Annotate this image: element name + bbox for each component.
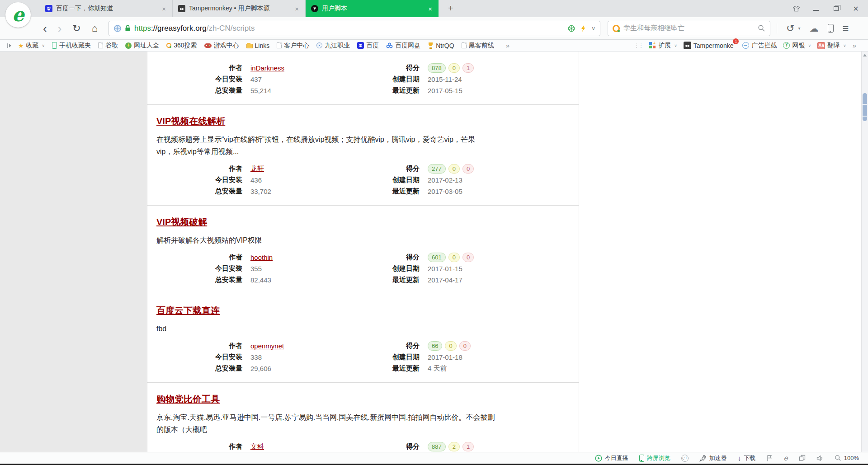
bookmark-sidebar-toggle-icon[interactable] [6, 42, 13, 49]
score-good-badge[interactable]: 887 [428, 442, 446, 451]
author-link[interactable]: inDarkness [250, 64, 284, 72]
total-value: 82,443 [250, 276, 271, 284]
daily-value: 436 [250, 176, 262, 184]
search-box[interactable]: 学生和母亲相继坠亡 [608, 21, 770, 36]
bookmarks-overflow-chevron[interactable]: » [506, 42, 509, 49]
tab-tampermonkey[interactable]: Tampermonkey • 用户脚本源 × [173, 0, 306, 17]
address-bar[interactable]: https://greasyfork.org/zh-CN/scripts ∨ [108, 21, 600, 36]
undo-closed-tab-icon[interactable]: ↺ [786, 23, 794, 34]
360-search-icon [613, 25, 620, 32]
new-tab-button[interactable]: + [444, 2, 458, 15]
scrollbar-up-arrow-icon[interactable] [863, 54, 867, 56]
bookmark-mobile-favorites[interactable]: 手机收藏夹 [52, 42, 91, 50]
tab-close-icon[interactable]: × [427, 5, 433, 13]
tampermonkey-button[interactable]: Tampermonke 1 [684, 42, 734, 49]
description-line: fbd [156, 323, 570, 335]
search-keyword[interactable]: 学生和母亲相继坠亡 [623, 24, 754, 33]
send-to-phone-icon[interactable] [828, 24, 834, 33]
author-link[interactable]: 龙轩 [250, 164, 264, 172]
back-button[interactable]: ‹ [43, 23, 47, 34]
daily-label: 今日安装 [156, 75, 242, 84]
script-title-link[interactable]: 百度云下载直连 [156, 305, 220, 315]
download-button[interactable]: ↓ 下载 [738, 454, 756, 462]
accelerator-button[interactable]: 加速器 [699, 454, 727, 462]
bookmark-game-center[interactable]: 游戏中心 [204, 42, 239, 50]
author-label: 作者 [156, 442, 242, 451]
multi-window-icon[interactable] [799, 455, 806, 461]
bookmark-ntrqq[interactable]: NtrQQ [428, 42, 454, 49]
main-menu-icon[interactable]: ≡ [843, 22, 849, 35]
skin-shirt-icon[interactable] [789, 3, 803, 14]
scrollbar-thumb[interactable] [863, 93, 867, 121]
bookmark-favorites[interactable]: ★ 收藏 ∨ [18, 42, 45, 50]
speaker-icon[interactable] [816, 455, 824, 461]
score-bad-badge[interactable]: 1 [462, 63, 474, 73]
page-icon [98, 42, 103, 48]
bookmark-jiujiang[interactable]: 九江职业 [316, 42, 350, 50]
script-title-link[interactable]: VIP视频在线解析 [156, 116, 225, 126]
reload-button[interactable]: ↻ [72, 23, 80, 33]
undo-dropdown-caret-icon[interactable]: ▾ [798, 26, 801, 31]
score-ok-badge[interactable]: 2 [448, 442, 460, 451]
bookmark-360-search[interactable]: 360搜索 [166, 42, 197, 50]
report-flag-icon[interactable] [766, 455, 773, 462]
score-ok-badge[interactable]: 0 [445, 341, 456, 351]
score-bad-badge[interactable]: 1 [462, 442, 474, 451]
page-zoom-button[interactable]: 100% [835, 455, 859, 461]
bookmark-site-directory[interactable]: + 网址大全 [125, 42, 159, 50]
author-link[interactable]: hoothin [250, 254, 273, 261]
score-good-badge[interactable]: 878 [428, 63, 446, 73]
score-good-badge[interactable]: 277 [428, 164, 446, 174]
score-good-badge[interactable]: 66 [428, 341, 442, 351]
search-magnifier-icon[interactable] [758, 24, 765, 32]
tampermonkey-icon [684, 42, 691, 49]
tab-close-icon[interactable]: × [161, 5, 167, 13]
score-good-badge[interactable]: 601 [428, 253, 446, 262]
bookmark-google[interactable]: 谷歌 [98, 42, 118, 50]
extensions-button[interactable]: + 扩展 ∨ [649, 42, 677, 50]
script-title: VIP视频在线解析 [156, 115, 570, 127]
score-ok-badge[interactable]: 0 [448, 164, 460, 174]
home-button[interactable]: ⌂ [92, 23, 98, 33]
translate-button[interactable]: Aa 翻译 ∨ [817, 42, 846, 50]
bookmark-customer-center[interactable]: 客户中心 [277, 42, 309, 50]
score-bad-badge[interactable]: 0 [462, 164, 474, 174]
script-title-link[interactable]: 购物党比价工具 [156, 394, 220, 404]
tab-userscripts-active[interactable]: 用户脚本 × [306, 0, 439, 17]
speed-lightning-icon[interactable] [580, 25, 586, 32]
script-title-link[interactable]: VIP视频破解 [156, 217, 207, 227]
score-bad-badge[interactable]: 0 [459, 341, 471, 351]
online-bank-button[interactable]: ¥ 网银 ∨ [783, 42, 811, 50]
bookmark-hacker-front[interactable]: 黑客前线 [462, 42, 494, 50]
daily-label: 今日安装 [156, 264, 242, 273]
total-label: 总安装量 [156, 187, 242, 196]
bookmark-baidu[interactable]: 百度 [357, 42, 379, 50]
live-broadcast-button[interactable]: 今日直播 [595, 454, 628, 462]
tab-baidu[interactable]: 百度一下，你就知道 × [40, 0, 173, 17]
browser-logo-icon[interactable]: e [5, 2, 31, 28]
bookmark-baidu-pan[interactable]: 百度网盘 [386, 42, 420, 50]
score-bad-badge[interactable]: 0 [462, 253, 474, 262]
maximize-button[interactable] [829, 3, 843, 14]
bookmark-links-folder[interactable]: Links [246, 42, 270, 49]
adfilter-aperture-icon[interactable] [568, 25, 575, 32]
e-plus-mode-icon[interactable]: e+ [681, 455, 689, 462]
ie-compat-icon[interactable]: e [783, 455, 788, 462]
score-label: 得分 [346, 253, 420, 262]
extbar-overflow-chevron[interactable]: » [853, 42, 856, 49]
score-ok-badge[interactable]: 0 [448, 253, 460, 262]
vertical-scrollbar[interactable] [861, 52, 868, 452]
close-button[interactable]: ✕ [849, 3, 863, 14]
adblock-button[interactable]: 广告拦截 [742, 42, 777, 50]
url-text: https://greasyfork.org/zh-CN/scripts [134, 24, 568, 33]
minimize-button[interactable] [809, 3, 823, 14]
cloud-sync-icon[interactable]: ☁ [810, 23, 819, 34]
author-link[interactable]: 文科 [250, 442, 264, 450]
address-dropdown-chevron-icon[interactable]: ∨ [591, 25, 595, 32]
tab-title: 用户脚本 [322, 5, 424, 13]
author-link[interactable]: openmynet [250, 342, 284, 350]
cross-screen-button[interactable]: 跨屏浏览 [639, 454, 670, 462]
page-viewport: 作者 inDarkness 得分 878 0 1 今日安装 437 创建日期 2… [0, 52, 861, 452]
score-ok-badge[interactable]: 0 [448, 63, 460, 73]
tab-close-icon[interactable]: × [294, 5, 300, 13]
